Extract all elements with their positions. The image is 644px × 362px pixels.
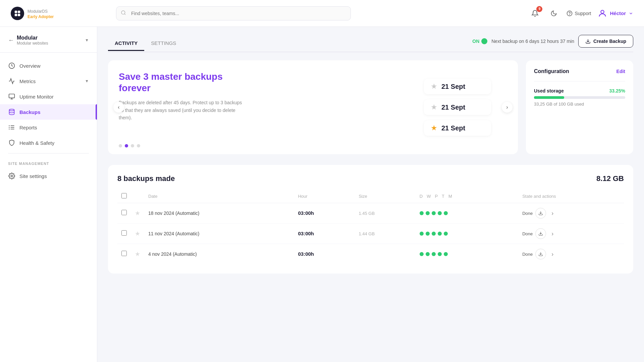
promo-card: ‹ Save 3 master backups forever Backups …	[108, 60, 518, 154]
row2-date-cell: 11 nov 2024 (Automatic)	[144, 224, 294, 244]
dark-mode-button[interactable]	[548, 7, 560, 19]
svg-rect-0	[15, 10, 17, 13]
dot-5	[444, 232, 448, 236]
table-row: ★ 11 nov 2024 (Automatic) 03:00h 1.44 GB	[117, 224, 624, 244]
support-button[interactable]: Support	[567, 10, 591, 16]
chart-icon	[8, 77, 15, 85]
row1-date-cell: 18 nov 2024 (Automatic)	[144, 203, 294, 224]
svg-rect-3	[18, 13, 20, 16]
svg-point-13	[9, 109, 14, 111]
star-icon-2[interactable]: ★	[431, 103, 437, 112]
sidebar-item-label-reports: Reports	[19, 125, 37, 130]
row1-checkbox[interactable]	[121, 210, 127, 215]
row2-dots-cell	[416, 224, 518, 244]
search-input[interactable]	[116, 6, 351, 20]
table-header-row: Date Hour Size D W P T M Sta	[117, 190, 624, 203]
dot-5	[444, 211, 448, 215]
col-p: P	[435, 194, 438, 199]
backup-date-3: 21 Sept	[441, 124, 465, 132]
promo-dot-4[interactable]	[137, 144, 140, 147]
sidebar-item-metrics[interactable]: Metrics ▼	[0, 73, 97, 89]
tab-activity[interactable]: ACTIVITY	[108, 36, 144, 51]
row2-star-icon[interactable]: ★	[135, 230, 140, 237]
promo-dot-2[interactable]	[125, 144, 128, 147]
config-edit-button[interactable]: Edit	[616, 69, 625, 74]
col-dwptm-header: D W P T M	[416, 190, 518, 203]
topbar-right: 9 Support Héctor	[529, 7, 633, 19]
list-icon	[8, 124, 15, 131]
create-backup-label: Create Backup	[593, 39, 626, 44]
promo-next-button[interactable]: ›	[502, 102, 513, 113]
row3-star-icon[interactable]: ★	[135, 251, 140, 257]
notifications-button[interactable]: 9	[529, 7, 541, 19]
row3-date: 4 nov 2024 (Automatic)	[148, 251, 197, 257]
sidebar-item-backups[interactable]: Backups	[0, 104, 97, 120]
row3-dots-cell	[416, 244, 518, 264]
notif-badge: 9	[536, 6, 542, 12]
sidebar-item-label-uptime: Uptime Monitor	[19, 94, 54, 100]
svg-rect-1	[18, 10, 20, 13]
row2-hour: 03:00h	[298, 231, 314, 236]
star-icon-3[interactable]: ★	[431, 124, 437, 132]
row1-download-button[interactable]	[535, 208, 546, 219]
storage-pct: 33.25%	[609, 88, 625, 94]
dot-3	[432, 211, 436, 215]
row1-state-cell: Done ›	[518, 203, 624, 224]
backups-title: 8 backups made	[117, 174, 175, 183]
svg-point-20	[11, 175, 13, 177]
row3-checkbox[interactable]	[121, 251, 127, 256]
metrics-chevron-icon: ▼	[85, 79, 89, 83]
backups-total-size: 8.12 GB	[596, 174, 624, 183]
sidebar-item-site-settings[interactable]: Site settings	[0, 168, 97, 184]
col-hour-header: Hour	[294, 190, 355, 203]
row2-download-button[interactable]	[535, 228, 546, 239]
row2-checkbox[interactable]	[121, 230, 127, 236]
promo-desc: Backups are deleted after 45 days. Prote…	[119, 99, 246, 121]
select-all-checkbox[interactable]	[121, 193, 127, 198]
brand-name: Modular	[17, 35, 48, 41]
backup-item-3: ★ 21 Sept	[424, 120, 491, 136]
row2-size-cell: 1.44 GB	[355, 224, 415, 244]
row3-expand-icon[interactable]: ›	[551, 251, 553, 258]
promo-prev-button[interactable]: ‹	[113, 102, 124, 113]
site-management-title: SITE MANAGEMENT	[0, 156, 97, 168]
svg-rect-2	[15, 13, 17, 16]
shield-icon	[8, 139, 15, 146]
main-content: ACTIVITY SETTINGS ON Next backup on 6 da…	[97, 27, 644, 362]
sidebar-item-health[interactable]: Health & Safety	[0, 135, 97, 150]
chevron-down-icon[interactable]: ▼	[85, 38, 89, 43]
row2-state-cell: Done ›	[518, 224, 624, 244]
sidebar-back-button[interactable]: ← Modular Modular websites	[8, 35, 48, 46]
row2-expand-icon[interactable]: ›	[551, 230, 553, 237]
create-backup-button[interactable]: Create Backup	[578, 35, 633, 48]
promo-dot-3[interactable]	[131, 144, 134, 147]
database-icon	[8, 108, 15, 116]
status-on-label: ON	[472, 39, 479, 44]
row1-hour-cell: 03:00h	[294, 203, 355, 224]
svg-rect-10	[9, 94, 15, 98]
sidebar-item-uptime[interactable]: Uptime Monitor	[0, 89, 97, 104]
promo-dot-1[interactable]	[119, 144, 122, 147]
user-menu-button[interactable]: Héctor	[598, 9, 633, 18]
sidebar-item-label-overview: Overview	[19, 63, 41, 69]
sidebar-item-overview[interactable]: Overview	[0, 58, 97, 73]
brand-sub: Modular websites	[17, 41, 48, 46]
dot-5	[444, 252, 448, 256]
row3-download-button[interactable]	[535, 249, 546, 259]
row3-hour: 03:00h	[298, 251, 314, 257]
col-d: D	[420, 194, 423, 199]
row3-dots	[420, 252, 514, 256]
tab-settings[interactable]: SETTINGS	[144, 36, 183, 51]
row1-expand-icon[interactable]: ›	[551, 210, 553, 217]
row1-date: 18 nov 2024 (Automatic)	[148, 210, 200, 216]
clock-icon	[8, 62, 15, 69]
star-icon-1[interactable]: ★	[431, 82, 437, 91]
dot-3	[432, 252, 436, 256]
row1-star-icon[interactable]: ★	[135, 210, 140, 217]
back-arrow-icon: ←	[8, 37, 14, 44]
sidebar-item-reports[interactable]: Reports	[0, 120, 97, 135]
next-backup-text: Next backup on 6 days 12 hours 37 min	[491, 39, 574, 44]
config-panel: Configuration Edit Used storage 33.25% 3…	[526, 60, 633, 154]
backup-date-1: 21 Sept	[441, 83, 465, 90]
col-t: T	[442, 194, 444, 199]
